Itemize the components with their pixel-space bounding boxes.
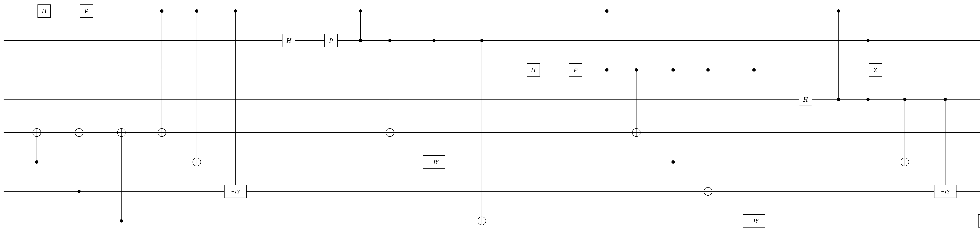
gate-label: P (329, 37, 333, 44)
control-dot (359, 10, 362, 13)
control-dot (605, 10, 609, 13)
control-dot (866, 98, 870, 101)
control-dot (605, 68, 609, 72)
gate-label: H (531, 66, 536, 73)
gate-label: Z (873, 66, 878, 73)
control-dot (120, 219, 123, 222)
gate-label: P (573, 66, 578, 73)
control-dot (35, 160, 38, 164)
gate-label: −iY (231, 188, 240, 195)
control-dot (635, 68, 638, 72)
control-dot (388, 39, 391, 42)
control-dot (837, 98, 840, 101)
control-dot (903, 98, 907, 101)
control-dot (752, 68, 756, 72)
gate-label: −iY (749, 217, 759, 224)
gate-mIY (978, 214, 980, 227)
control-dot (671, 160, 675, 164)
control-dot (671, 68, 675, 72)
control-dot (78, 190, 81, 193)
gate-label: H (803, 96, 808, 103)
control-dot (234, 10, 237, 13)
control-dot (195, 10, 199, 13)
gate-label: H (41, 8, 47, 15)
quantum-circuit: HP−iYHP−iYHP−iYHZ−iY−iYZ (0, 0, 980, 246)
gate-label: H (286, 37, 291, 44)
control-dot (837, 10, 840, 13)
control-dot (433, 39, 436, 42)
gate-label: −iY (430, 159, 439, 165)
control-dot (866, 39, 870, 42)
control-dot (359, 39, 362, 42)
control-dot (706, 68, 710, 72)
gate-label: P (84, 8, 89, 15)
control-dot (480, 39, 484, 42)
gate-label: −iY (941, 188, 950, 195)
control-dot (943, 98, 947, 101)
control-dot (160, 10, 164, 13)
